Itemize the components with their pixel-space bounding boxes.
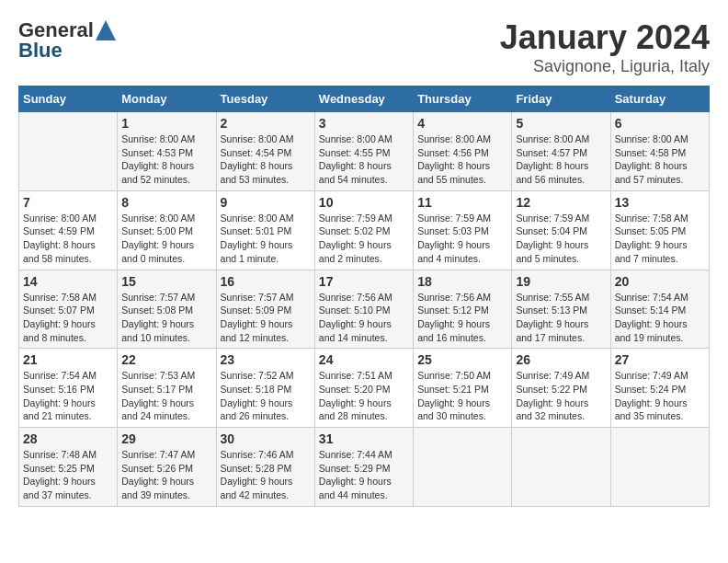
day-number: 20 bbox=[615, 274, 705, 289]
calendar-cell: 16Sunrise: 7:57 AMSunset: 5:09 PMDayligh… bbox=[216, 270, 314, 349]
calendar-week-row: 28Sunrise: 7:48 AMSunset: 5:25 PMDayligh… bbox=[19, 428, 710, 507]
day-info: Sunrise: 7:59 AMSunset: 5:03 PMDaylight:… bbox=[417, 212, 507, 266]
day-info: Sunrise: 7:48 AMSunset: 5:25 PMDaylight:… bbox=[23, 448, 113, 502]
calendar-cell: 5Sunrise: 8:00 AMSunset: 4:57 PMDaylight… bbox=[512, 112, 610, 191]
calendar-cell: 23Sunrise: 7:52 AMSunset: 5:18 PMDayligh… bbox=[216, 349, 314, 428]
day-number: 9 bbox=[221, 195, 311, 210]
day-number: 23 bbox=[221, 352, 311, 367]
calendar-cell: 4Sunrise: 8:00 AMSunset: 4:56 PMDaylight… bbox=[414, 112, 512, 191]
day-info: Sunrise: 7:58 AMSunset: 5:05 PMDaylight:… bbox=[615, 212, 705, 266]
day-info: Sunrise: 8:00 AMSunset: 5:00 PMDaylight:… bbox=[121, 212, 211, 266]
day-number: 17 bbox=[319, 274, 409, 289]
day-info: Sunrise: 8:00 AMSunset: 4:58 PMDaylight:… bbox=[615, 132, 705, 187]
calendar-cell: 25Sunrise: 7:50 AMSunset: 5:21 PMDayligh… bbox=[414, 349, 512, 428]
calendar-cell: 1Sunrise: 8:00 AMSunset: 4:53 PMDaylight… bbox=[118, 112, 216, 191]
day-number: 3 bbox=[319, 116, 409, 131]
calendar-cell bbox=[610, 428, 709, 507]
calendar-cell bbox=[19, 112, 118, 191]
day-info: Sunrise: 8:00 AMSunset: 4:56 PMDaylight:… bbox=[417, 132, 507, 187]
day-info: Sunrise: 7:44 AMSunset: 5:29 PMDaylight:… bbox=[319, 448, 409, 502]
day-number: 21 bbox=[23, 352, 113, 367]
calendar-cell: 31Sunrise: 7:44 AMSunset: 5:29 PMDayligh… bbox=[314, 428, 413, 507]
calendar-cell: 10Sunrise: 7:59 AMSunset: 5:02 PMDayligh… bbox=[314, 190, 413, 270]
calendar-cell: 24Sunrise: 7:51 AMSunset: 5:20 PMDayligh… bbox=[314, 349, 413, 428]
day-number: 2 bbox=[221, 116, 311, 131]
day-info: Sunrise: 8:00 AMSunset: 4:53 PMDaylight:… bbox=[121, 132, 211, 187]
day-info: Sunrise: 7:55 AMSunset: 5:13 PMDaylight:… bbox=[516, 291, 606, 345]
calendar-cell: 11Sunrise: 7:59 AMSunset: 5:03 PMDayligh… bbox=[414, 190, 512, 270]
calendar-cell: 17Sunrise: 7:56 AMSunset: 5:10 PMDayligh… bbox=[314, 270, 413, 349]
day-info: Sunrise: 7:46 AMSunset: 5:28 PMDaylight:… bbox=[221, 448, 311, 502]
day-number: 26 bbox=[516, 352, 606, 367]
calendar-cell: 8Sunrise: 8:00 AMSunset: 5:00 PMDaylight… bbox=[118, 190, 216, 270]
month-title: January 2024 bbox=[500, 18, 710, 57]
day-info: Sunrise: 7:53 AMSunset: 5:17 PMDaylight:… bbox=[121, 369, 211, 423]
day-number: 24 bbox=[319, 352, 409, 367]
calendar-cell: 22Sunrise: 7:53 AMSunset: 5:17 PMDayligh… bbox=[118, 349, 216, 428]
title-section: January 2024 Savignone, Liguria, Italy bbox=[500, 18, 710, 76]
day-number: 27 bbox=[615, 352, 705, 367]
logo-blue-text: Blue bbox=[18, 39, 63, 63]
day-number: 12 bbox=[516, 195, 606, 210]
calendar-cell: 2Sunrise: 8:00 AMSunset: 4:54 PMDaylight… bbox=[216, 112, 314, 191]
logo-triangle-icon bbox=[96, 20, 116, 40]
logo: General Blue bbox=[18, 18, 116, 63]
day-number: 5 bbox=[516, 116, 606, 131]
day-number: 29 bbox=[121, 431, 211, 446]
day-info: Sunrise: 7:50 AMSunset: 5:21 PMDaylight:… bbox=[417, 369, 507, 423]
day-info: Sunrise: 7:51 AMSunset: 5:20 PMDaylight:… bbox=[319, 369, 409, 423]
day-info: Sunrise: 7:49 AMSunset: 5:24 PMDaylight:… bbox=[615, 369, 705, 423]
column-header-thursday: Thursday bbox=[414, 86, 512, 112]
page-header: General Blue January 2024 Savignone, Lig… bbox=[18, 18, 710, 76]
calendar-cell: 20Sunrise: 7:54 AMSunset: 5:14 PMDayligh… bbox=[610, 270, 709, 349]
calendar-cell: 3Sunrise: 8:00 AMSunset: 4:55 PMDaylight… bbox=[314, 112, 413, 191]
day-number: 15 bbox=[121, 274, 211, 289]
calendar-cell: 7Sunrise: 8:00 AMSunset: 4:59 PMDaylight… bbox=[19, 190, 118, 270]
calendar-cell: 18Sunrise: 7:56 AMSunset: 5:12 PMDayligh… bbox=[414, 270, 512, 349]
day-info: Sunrise: 7:59 AMSunset: 5:02 PMDaylight:… bbox=[319, 212, 409, 266]
column-header-sunday: Sunday bbox=[19, 86, 118, 112]
location-title: Savignone, Liguria, Italy bbox=[500, 57, 710, 76]
calendar-body: 1Sunrise: 8:00 AMSunset: 4:53 PMDaylight… bbox=[19, 112, 710, 507]
svg-marker-0 bbox=[96, 20, 116, 40]
calendar-cell: 30Sunrise: 7:46 AMSunset: 5:28 PMDayligh… bbox=[216, 428, 314, 507]
day-number: 8 bbox=[121, 195, 211, 210]
day-info: Sunrise: 7:54 AMSunset: 5:14 PMDaylight:… bbox=[615, 291, 705, 345]
calendar-week-row: 7Sunrise: 8:00 AMSunset: 4:59 PMDaylight… bbox=[19, 190, 710, 270]
day-number: 16 bbox=[221, 274, 311, 289]
calendar-cell: 12Sunrise: 7:59 AMSunset: 5:04 PMDayligh… bbox=[512, 190, 610, 270]
column-header-saturday: Saturday bbox=[610, 86, 709, 112]
column-header-monday: Monday bbox=[118, 86, 216, 112]
day-info: Sunrise: 8:00 AMSunset: 4:59 PMDaylight:… bbox=[23, 212, 113, 266]
day-info: Sunrise: 8:00 AMSunset: 4:54 PMDaylight:… bbox=[221, 132, 311, 187]
day-number: 25 bbox=[417, 352, 507, 367]
day-info: Sunrise: 7:56 AMSunset: 5:12 PMDaylight:… bbox=[417, 291, 507, 345]
day-info: Sunrise: 7:52 AMSunset: 5:18 PMDaylight:… bbox=[221, 369, 311, 423]
day-number: 1 bbox=[121, 116, 211, 131]
day-number: 14 bbox=[23, 274, 113, 289]
column-header-tuesday: Tuesday bbox=[216, 86, 314, 112]
calendar-cell: 6Sunrise: 8:00 AMSunset: 4:58 PMDaylight… bbox=[610, 112, 709, 191]
day-number: 7 bbox=[23, 195, 113, 210]
calendar-cell: 21Sunrise: 7:54 AMSunset: 5:16 PMDayligh… bbox=[19, 349, 118, 428]
day-number: 18 bbox=[417, 274, 507, 289]
day-number: 22 bbox=[121, 352, 211, 367]
day-info: Sunrise: 7:57 AMSunset: 5:09 PMDaylight:… bbox=[221, 291, 311, 345]
day-number: 31 bbox=[319, 431, 409, 446]
calendar-cell: 29Sunrise: 7:47 AMSunset: 5:26 PMDayligh… bbox=[118, 428, 216, 507]
calendar-header-row: SundayMondayTuesdayWednesdayThursdayFrid… bbox=[19, 86, 710, 112]
day-number: 10 bbox=[319, 195, 409, 210]
day-info: Sunrise: 7:57 AMSunset: 5:08 PMDaylight:… bbox=[121, 291, 211, 345]
day-info: Sunrise: 7:49 AMSunset: 5:22 PMDaylight:… bbox=[516, 369, 606, 423]
calendar-week-row: 14Sunrise: 7:58 AMSunset: 5:07 PMDayligh… bbox=[19, 270, 710, 349]
day-number: 13 bbox=[615, 195, 705, 210]
calendar-cell: 27Sunrise: 7:49 AMSunset: 5:24 PMDayligh… bbox=[610, 349, 709, 428]
day-info: Sunrise: 7:56 AMSunset: 5:10 PMDaylight:… bbox=[319, 291, 409, 345]
day-number: 4 bbox=[417, 116, 507, 131]
calendar-cell bbox=[512, 428, 610, 507]
day-number: 11 bbox=[417, 195, 507, 210]
calendar-cell: 9Sunrise: 8:00 AMSunset: 5:01 PMDaylight… bbox=[216, 190, 314, 270]
day-info: Sunrise: 8:00 AMSunset: 4:57 PMDaylight:… bbox=[516, 132, 606, 187]
calendar-cell: 14Sunrise: 7:58 AMSunset: 5:07 PMDayligh… bbox=[19, 270, 118, 349]
day-info: Sunrise: 8:00 AMSunset: 4:55 PMDaylight:… bbox=[319, 132, 409, 187]
